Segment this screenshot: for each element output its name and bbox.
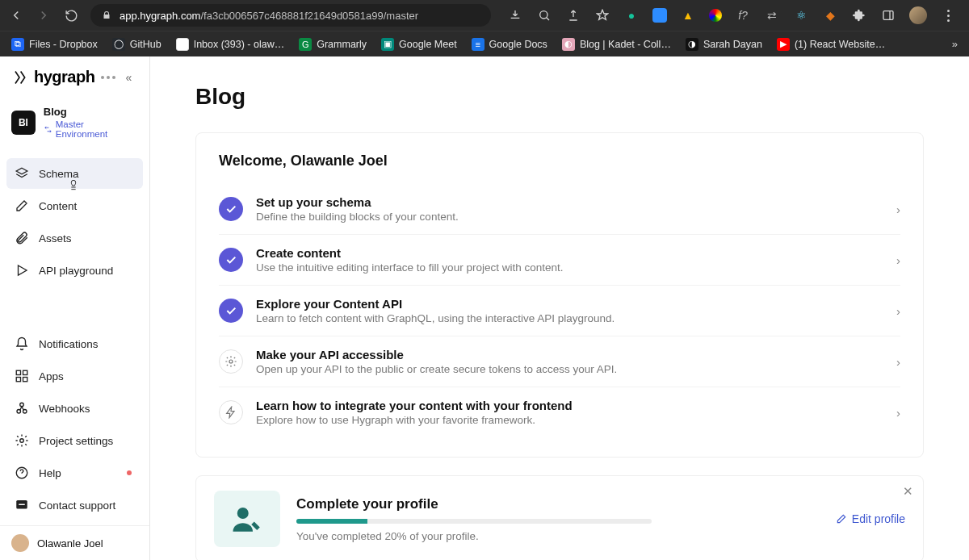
step-title: Explore your Content API <box>256 297 883 311</box>
edit-icon <box>15 199 29 213</box>
notification-dot <box>127 470 132 475</box>
check-icon <box>219 248 243 272</box>
back-button[interactable] <box>8 7 24 23</box>
chevron-right-icon: › <box>896 406 900 420</box>
ext-grammarly-icon[interactable]: ● <box>623 7 640 23</box>
chevron-right-icon: › <box>896 253 900 267</box>
nav-label: Schema <box>39 168 79 180</box>
nav-label: Assets <box>39 232 72 244</box>
sidebar-user[interactable]: Olawanle Joel <box>0 525 149 560</box>
gear-icon <box>15 433 29 448</box>
lock-icon <box>102 10 111 20</box>
reload-button[interactable] <box>63 7 79 23</box>
secondary-nav: Notifications Apps Webhooks Project sett… <box>0 328 149 525</box>
nav-assets[interactable]: Assets <box>6 223 143 253</box>
nav-help[interactable]: Help <box>6 458 143 488</box>
bookmark-item[interactable]: GGrammarly <box>299 38 367 51</box>
bookmark-item[interactable]: ◯GitHub <box>112 38 162 51</box>
ext-translate-icon[interactable]: ⇄ <box>764 7 780 23</box>
nav-notifications[interactable]: Notifications <box>6 328 143 359</box>
address-bar[interactable]: app.hygraph.com/fa3cb006567c468881f21649… <box>90 4 491 27</box>
step-subtitle: Explore how to use Hygraph with your fav… <box>256 414 883 426</box>
nav-webhooks[interactable]: Webhooks <box>6 393 143 424</box>
ext-metamask-icon[interactable]: ◆ <box>822 7 838 23</box>
profile-progress <box>296 519 652 524</box>
svg-rect-1 <box>883 11 893 20</box>
bookmarks-overflow[interactable]: » <box>952 38 958 50</box>
project-name: Blog <box>44 106 138 118</box>
bookmark-item[interactable]: MInbox (393) - olaw… <box>176 38 285 51</box>
help-icon <box>15 466 29 480</box>
nav-content[interactable]: Content <box>6 190 143 221</box>
svg-point-0 <box>540 11 547 19</box>
profile-panel: ✕ Complete your profile You've completed… <box>195 475 924 560</box>
ext-fx-icon[interactable]: f? <box>735 7 751 23</box>
bookmark-item[interactable]: ⧉Files - Dropbox <box>11 38 98 51</box>
onboarding-step[interactable]: Make your API accessible Open up your AP… <box>219 336 900 387</box>
brand-name: hygraph <box>34 68 94 86</box>
nav-label: Apps <box>39 370 64 382</box>
nav-schema[interactable]: Schema <box>6 158 143 189</box>
check-icon <box>219 299 243 323</box>
edit-profile-link[interactable]: Edit profile <box>836 512 905 525</box>
close-icon[interactable]: ✕ <box>903 484 913 499</box>
nav-label: Help <box>39 467 61 479</box>
extensions-icon[interactable] <box>851 7 867 23</box>
ext-drive-icon[interactable]: ▲ <box>680 7 696 23</box>
ext-color-icon[interactable] <box>709 9 722 22</box>
primary-nav: Schema Content Assets API playground <box>0 158 149 286</box>
ext-zoom-icon[interactable] <box>652 8 667 23</box>
svg-point-14 <box>237 508 249 519</box>
onboarding-step[interactable]: Explore your Content API Learn to fetch … <box>219 285 900 336</box>
bookmark-item[interactable]: ◑Sarah Dayan <box>686 38 762 51</box>
profile-avatar[interactable] <box>909 6 927 24</box>
bookmark-item[interactable]: ▶(1) React Website… <box>777 38 885 51</box>
search-page-icon[interactable] <box>536 7 552 23</box>
nav-project-settings[interactable]: Project settings <box>6 425 143 456</box>
step-subtitle: Use the intuitive editing interface to f… <box>256 261 883 274</box>
profile-subtitle: You've completed 20% of your profile. <box>296 530 820 542</box>
project-env: Master Environment <box>44 119 138 139</box>
project-selector[interactable]: BI Blog Master Environment <box>8 101 141 144</box>
onboarding-step[interactable]: Set up your schema Define the building b… <box>219 184 900 234</box>
nav-label: Contact support <box>39 499 115 512</box>
bookmark-item[interactable]: ◐Blog | Kadet - Coll… <box>562 38 671 51</box>
project-menu-icon[interactable] <box>101 76 115 79</box>
onboarding-step[interactable]: Create content Use the intuitive editing… <box>219 234 900 285</box>
sidebar: hygraph « BI Blog Master Environment Sch… <box>0 56 150 560</box>
step-title: Make your API accessible <box>256 348 883 361</box>
menu-dots[interactable] <box>940 7 956 23</box>
nav-contact-support[interactable]: Contact support <box>6 490 143 520</box>
user-name: Olawanle Joel <box>37 537 103 550</box>
url-text: app.hygraph.com/fa3cb006567c468881f21649… <box>120 10 418 22</box>
nav-label: Webhooks <box>39 403 90 415</box>
onboarding-step[interactable]: Learn how to integrate your content with… <box>219 387 900 437</box>
step-title: Set up your schema <box>256 195 883 209</box>
bookmark-item[interactable]: ≡Google Docs <box>472 38 547 51</box>
brand-logo-icon <box>11 69 27 86</box>
bolt-icon <box>219 400 243 424</box>
chevron-right-icon: › <box>896 355 900 369</box>
share-icon[interactable] <box>565 7 581 23</box>
nav-api-playground[interactable]: API playground <box>6 255 143 286</box>
nav-label: Notifications <box>39 338 99 350</box>
sidepanel-icon[interactable] <box>880 7 896 23</box>
profile-title: Complete your profile <box>296 496 820 512</box>
browser-toolbar: app.hygraph.com/fa3cb006567c468881f21649… <box>0 0 969 31</box>
layers-icon <box>15 166 29 181</box>
chat-icon <box>15 498 29 512</box>
nav-label: API playground <box>39 265 113 277</box>
star-icon[interactable] <box>594 7 610 23</box>
install-icon[interactable] <box>507 7 523 23</box>
nav-apps[interactable]: Apps <box>6 361 143 391</box>
svg-rect-2 <box>16 370 20 374</box>
bookmark-item[interactable]: ▣Google Meet <box>381 38 457 51</box>
onboarding-panel: Welcome, Olawanle Joel Set up your schem… <box>195 132 924 458</box>
nav-label: Content <box>39 200 77 212</box>
ext-react-icon[interactable]: ⚛ <box>793 7 809 23</box>
forward-button[interactable] <box>36 7 52 23</box>
toolbar-icons: ● ▲ f? ⇄ ⚛ ◆ <box>502 6 961 24</box>
step-title: Learn how to integrate your content with… <box>256 399 883 412</box>
check-icon <box>219 197 243 221</box>
collapse-sidebar-icon[interactable]: « <box>125 71 132 84</box>
